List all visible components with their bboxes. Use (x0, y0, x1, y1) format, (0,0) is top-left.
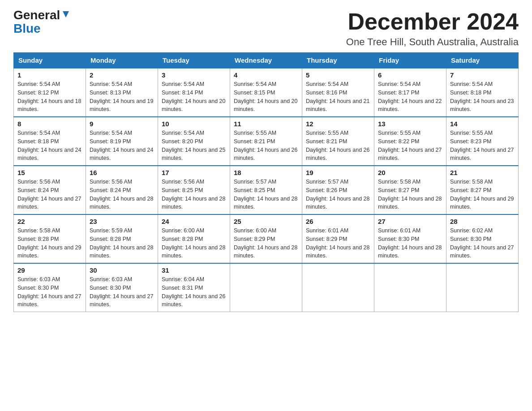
day-number: 18 (234, 169, 298, 176)
day-number: 24 (162, 218, 226, 225)
logo-triangle-icon (61, 9, 71, 19)
day-number: 3 (162, 71, 226, 79)
day-info: Sunrise: 5:54 AM Sunset: 8:17 PM Dayligh… (378, 80, 442, 114)
page-header: General Blue December 2024 One Tree Hill… (13, 9, 519, 48)
day-number: 17 (162, 169, 226, 176)
calendar-header-row: Sunday Monday Tuesday Wednesday Thursday… (14, 53, 519, 68)
day-info: Sunrise: 5:58 AM Sunset: 8:27 PM Dayligh… (450, 178, 515, 211)
calendar-day-25: 25 Sunrise: 6:00 AM Sunset: 8:29 PM Dayl… (230, 214, 302, 263)
header-wednesday: Wednesday (230, 53, 302, 68)
day-number: 22 (17, 218, 82, 225)
day-info: Sunrise: 6:02 AM Sunset: 8:30 PM Dayligh… (450, 227, 515, 260)
day-info: Sunrise: 5:54 AM Sunset: 8:20 PM Dayligh… (162, 129, 226, 163)
calendar-day-3: 3 Sunrise: 5:54 AM Sunset: 8:14 PM Dayli… (158, 68, 230, 117)
day-info: Sunrise: 6:00 AM Sunset: 8:28 PM Dayligh… (162, 227, 226, 260)
day-number: 1 (17, 71, 82, 79)
day-info: Sunrise: 5:59 AM Sunset: 8:28 PM Dayligh… (90, 227, 154, 260)
header-tuesday: Tuesday (158, 53, 230, 68)
calendar-day-23: 23 Sunrise: 5:59 AM Sunset: 8:28 PM Dayl… (86, 214, 158, 263)
day-info: Sunrise: 5:55 AM Sunset: 8:22 PM Dayligh… (378, 129, 442, 163)
calendar-day-6: 6 Sunrise: 5:54 AM Sunset: 8:17 PM Dayli… (374, 68, 446, 117)
logo-text-blue: Blue (13, 21, 41, 36)
calendar-week-3: 15 Sunrise: 5:56 AM Sunset: 8:24 PM Dayl… (14, 166, 519, 214)
day-number: 14 (450, 120, 515, 128)
calendar-empty-cell (302, 263, 374, 312)
day-number: 12 (306, 120, 370, 128)
calendar-day-20: 20 Sunrise: 5:58 AM Sunset: 8:27 PM Dayl… (374, 166, 446, 214)
calendar-day-31: 31 Sunrise: 6:04 AM Sunset: 8:31 PM Dayl… (158, 263, 230, 312)
calendar-empty-cell (374, 263, 446, 312)
calendar-day-29: 29 Sunrise: 6:03 AM Sunset: 8:30 PM Dayl… (14, 263, 86, 312)
day-info: Sunrise: 5:56 AM Sunset: 8:24 PM Dayligh… (17, 178, 82, 211)
day-info: Sunrise: 5:54 AM Sunset: 8:15 PM Dayligh… (234, 80, 298, 114)
calendar-day-16: 16 Sunrise: 5:56 AM Sunset: 8:24 PM Dayl… (86, 166, 158, 214)
day-number: 31 (162, 266, 226, 274)
calendar-day-21: 21 Sunrise: 5:58 AM Sunset: 8:27 PM Dayl… (446, 166, 519, 214)
day-number: 26 (306, 218, 370, 225)
day-number: 11 (234, 120, 298, 128)
day-info: Sunrise: 5:54 AM Sunset: 8:16 PM Dayligh… (306, 80, 370, 114)
day-number: 19 (306, 169, 370, 176)
calendar-day-27: 27 Sunrise: 6:01 AM Sunset: 8:30 PM Dayl… (374, 214, 446, 263)
calendar-day-5: 5 Sunrise: 5:54 AM Sunset: 8:16 PM Dayli… (302, 68, 374, 117)
day-number: 29 (17, 266, 82, 274)
day-info: Sunrise: 6:01 AM Sunset: 8:30 PM Dayligh… (378, 227, 442, 260)
header-saturday: Saturday (446, 53, 519, 68)
calendar-day-2: 2 Sunrise: 5:54 AM Sunset: 8:13 PM Dayli… (86, 68, 158, 117)
location-title: One Tree Hill, South Australia, Australi… (346, 36, 519, 48)
calendar-day-13: 13 Sunrise: 5:55 AM Sunset: 8:22 PM Dayl… (374, 117, 446, 166)
day-number: 21 (450, 169, 515, 176)
day-info: Sunrise: 5:55 AM Sunset: 8:21 PM Dayligh… (306, 129, 370, 163)
logo-text-general: General (13, 9, 60, 21)
day-number: 4 (234, 71, 298, 79)
day-number: 25 (234, 218, 298, 225)
calendar-day-15: 15 Sunrise: 5:56 AM Sunset: 8:24 PM Dayl… (14, 166, 86, 214)
day-number: 5 (306, 71, 370, 79)
day-info: Sunrise: 5:57 AM Sunset: 8:26 PM Dayligh… (306, 178, 370, 211)
title-section: December 2024 One Tree Hill, South Austr… (346, 9, 519, 48)
calendar-day-10: 10 Sunrise: 5:54 AM Sunset: 8:20 PM Dayl… (158, 117, 230, 166)
calendar-week-5: 29 Sunrise: 6:03 AM Sunset: 8:30 PM Dayl… (14, 263, 519, 312)
day-number: 15 (17, 169, 82, 176)
month-title: December 2024 (346, 9, 519, 34)
day-info: Sunrise: 6:00 AM Sunset: 8:29 PM Dayligh… (234, 227, 298, 260)
svg-marker-0 (63, 11, 69, 17)
day-info: Sunrise: 5:54 AM Sunset: 8:14 PM Dayligh… (162, 80, 226, 114)
header-monday: Monday (86, 53, 158, 68)
day-number: 27 (378, 218, 442, 225)
calendar-day-24: 24 Sunrise: 6:00 AM Sunset: 8:28 PM Dayl… (158, 214, 230, 263)
calendar-empty-cell (446, 263, 519, 312)
header-thursday: Thursday (302, 53, 374, 68)
calendar-day-1: 1 Sunrise: 5:54 AM Sunset: 8:12 PM Dayli… (14, 68, 86, 117)
day-number: 7 (450, 71, 515, 79)
day-number: 13 (378, 120, 442, 128)
day-info: Sunrise: 5:56 AM Sunset: 8:24 PM Dayligh… (90, 178, 154, 211)
calendar-day-11: 11 Sunrise: 5:55 AM Sunset: 8:21 PM Dayl… (230, 117, 302, 166)
calendar-day-19: 19 Sunrise: 5:57 AM Sunset: 8:26 PM Dayl… (302, 166, 374, 214)
calendar-day-22: 22 Sunrise: 5:58 AM Sunset: 8:28 PM Dayl… (14, 214, 86, 263)
day-info: Sunrise: 6:03 AM Sunset: 8:30 PM Dayligh… (17, 275, 82, 309)
calendar-day-12: 12 Sunrise: 5:55 AM Sunset: 8:21 PM Dayl… (302, 117, 374, 166)
day-number: 2 (90, 71, 154, 79)
calendar-day-26: 26 Sunrise: 6:01 AM Sunset: 8:29 PM Dayl… (302, 214, 374, 263)
calendar-week-4: 22 Sunrise: 5:58 AM Sunset: 8:28 PM Dayl… (14, 214, 519, 263)
day-info: Sunrise: 6:01 AM Sunset: 8:29 PM Dayligh… (306, 227, 370, 260)
calendar-day-30: 30 Sunrise: 6:03 AM Sunset: 8:30 PM Dayl… (86, 263, 158, 312)
calendar-week-2: 8 Sunrise: 5:54 AM Sunset: 8:18 PM Dayli… (14, 117, 519, 166)
day-number: 30 (90, 266, 154, 274)
day-number: 16 (90, 169, 154, 176)
calendar-day-4: 4 Sunrise: 5:54 AM Sunset: 8:15 PM Dayli… (230, 68, 302, 117)
calendar-day-28: 28 Sunrise: 6:02 AM Sunset: 8:30 PM Dayl… (446, 214, 519, 263)
day-number: 10 (162, 120, 226, 128)
day-info: Sunrise: 6:03 AM Sunset: 8:30 PM Dayligh… (90, 275, 154, 309)
day-info: Sunrise: 5:54 AM Sunset: 8:18 PM Dayligh… (450, 80, 515, 114)
day-info: Sunrise: 5:58 AM Sunset: 8:27 PM Dayligh… (378, 178, 442, 211)
header-sunday: Sunday (14, 53, 86, 68)
calendar-day-9: 9 Sunrise: 5:54 AM Sunset: 8:19 PM Dayli… (86, 117, 158, 166)
day-info: Sunrise: 5:58 AM Sunset: 8:28 PM Dayligh… (17, 227, 82, 260)
day-number: 9 (90, 120, 154, 128)
day-info: Sunrise: 6:04 AM Sunset: 8:31 PM Dayligh… (162, 275, 226, 309)
day-number: 20 (378, 169, 442, 176)
day-info: Sunrise: 5:56 AM Sunset: 8:25 PM Dayligh… (162, 178, 226, 211)
day-info: Sunrise: 5:54 AM Sunset: 8:12 PM Dayligh… (17, 80, 82, 114)
